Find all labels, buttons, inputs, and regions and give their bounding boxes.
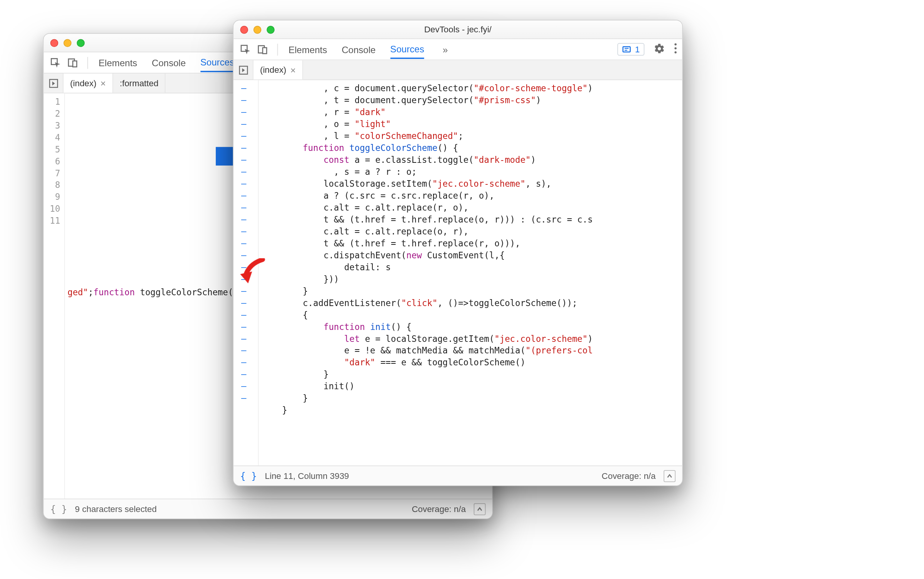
line-number: – bbox=[234, 381, 254, 393]
file-tab-index[interactable]: (index) × bbox=[63, 74, 113, 93]
code-line[interactable]: , c = document.querySelector("#color-sch… bbox=[261, 83, 682, 95]
issues-count: 1 bbox=[635, 44, 640, 54]
collapse-panel-icon[interactable] bbox=[474, 503, 486, 515]
file-tab-formatted[interactable]: :formatted bbox=[113, 74, 166, 93]
line-number: 6 bbox=[44, 156, 60, 167]
show-navigator-icon[interactable] bbox=[44, 74, 64, 93]
close-icon[interactable]: × bbox=[100, 79, 106, 88]
tab-sources[interactable]: Sources bbox=[390, 40, 424, 59]
minimize-icon[interactable] bbox=[254, 25, 262, 33]
code-line[interactable]: e = !e && matchMedia && matchMedia("(pre… bbox=[261, 345, 682, 357]
device-toggle-icon[interactable] bbox=[256, 43, 269, 56]
issues-icon bbox=[622, 45, 631, 54]
code-line[interactable]: let e = localStorage.getItem("jec.color-… bbox=[261, 333, 682, 345]
pretty-print-icon[interactable]: { } bbox=[50, 504, 67, 514]
svg-rect-8 bbox=[623, 46, 630, 52]
code-line[interactable]: t && (t.href = t.href.replace(r, o))), bbox=[261, 238, 682, 249]
code-line[interactable]: init() bbox=[261, 381, 682, 393]
code-line[interactable]: const a = e.classList.toggle("dark-mode"… bbox=[261, 154, 682, 166]
code-line[interactable]: "dark" === e && toggleColorScheme() bbox=[261, 357, 682, 369]
code-line[interactable]: , l = "colorSchemeChanged"; bbox=[261, 131, 682, 142]
line-number: – bbox=[234, 202, 254, 214]
code-editor[interactable]: ––––––––––––––––––––––––––– , c = docume… bbox=[234, 80, 682, 465]
line-number: – bbox=[234, 83, 254, 95]
code-line[interactable]: , o = "light" bbox=[261, 119, 682, 131]
code-line[interactable]: c.addEventListener("click", ()=>toggleCo… bbox=[261, 297, 682, 309]
line-number: 2 bbox=[44, 108, 60, 120]
tab-elements[interactable]: Elements bbox=[98, 53, 137, 72]
tab-sources[interactable]: Sources bbox=[200, 53, 234, 72]
line-number: 4 bbox=[44, 132, 60, 144]
code-line[interactable]: detail: s bbox=[261, 261, 682, 273]
line-number: 5 bbox=[44, 144, 60, 156]
code-line[interactable]: localStorage.setItem("jec.color-scheme",… bbox=[261, 178, 682, 190]
code-line[interactable]: , s = a ? r : o; bbox=[261, 166, 682, 178]
code-line[interactable]: a ? (c.src = c.src.replace(r, o), bbox=[261, 190, 682, 202]
pretty-print-icon[interactable]: { } bbox=[240, 470, 257, 481]
close-icon[interactable] bbox=[50, 39, 58, 47]
close-icon[interactable]: × bbox=[290, 65, 296, 74]
minimize-icon[interactable] bbox=[63, 39, 72, 47]
coverage-label: Coverage: n/a bbox=[602, 471, 655, 481]
traffic-lights bbox=[50, 39, 85, 47]
coverage-label: Coverage: n/a bbox=[412, 504, 465, 514]
line-number: – bbox=[234, 190, 254, 202]
line-number-gutter: 1234567891011 bbox=[44, 94, 65, 499]
kebab-icon[interactable] bbox=[674, 43, 677, 56]
line-number: – bbox=[234, 95, 254, 107]
line-number: – bbox=[234, 345, 254, 357]
code-line[interactable]: function init() { bbox=[261, 321, 682, 333]
code-line[interactable]: } bbox=[261, 285, 682, 297]
code-line[interactable]: })) bbox=[261, 273, 682, 285]
inspect-element-icon[interactable] bbox=[239, 43, 252, 56]
annotation-arrow-pretty-print bbox=[240, 258, 267, 288]
code-content[interactable]: , c = document.querySelector("#color-sch… bbox=[259, 80, 682, 465]
maximize-icon[interactable] bbox=[267, 25, 275, 33]
close-icon[interactable] bbox=[240, 25, 248, 33]
line-number: – bbox=[234, 107, 254, 119]
code-line[interactable]: } bbox=[261, 369, 682, 381]
line-number: – bbox=[234, 357, 254, 369]
file-tabs: (index) × bbox=[234, 60, 682, 80]
line-number: – bbox=[234, 226, 254, 238]
line-number: – bbox=[234, 142, 254, 154]
code-line[interactable]: c.dispatchEvent(new CustomEvent(l,{ bbox=[261, 249, 682, 261]
code-line[interactable]: } bbox=[261, 405, 682, 417]
line-number: 8 bbox=[44, 179, 60, 191]
svg-point-12 bbox=[674, 47, 677, 50]
issues-button[interactable]: 1 bbox=[617, 43, 644, 56]
code-line[interactable]: , t = document.querySelector("#prism-css… bbox=[261, 95, 682, 107]
code-line[interactable]: function toggleColorScheme() { bbox=[261, 142, 682, 154]
status-bar: { } 9 characters selected Coverage: n/a bbox=[44, 499, 492, 519]
status-message: Line 11, Column 3939 bbox=[265, 471, 349, 481]
tab-console[interactable]: Console bbox=[152, 53, 185, 72]
file-tab-label: :formatted bbox=[120, 78, 158, 88]
code-line[interactable]: c.alt = c.alt.replace(r, o), bbox=[261, 202, 682, 214]
maximize-icon[interactable] bbox=[77, 39, 85, 47]
tab-console[interactable]: Console bbox=[342, 40, 375, 59]
line-number: 1 bbox=[44, 96, 60, 108]
gear-icon[interactable] bbox=[654, 43, 665, 56]
collapse-panel-icon[interactable] bbox=[664, 470, 675, 482]
code-line[interactable]: { bbox=[261, 309, 682, 321]
file-tab-label: (index) bbox=[70, 78, 96, 88]
status-message: 9 characters selected bbox=[75, 504, 157, 514]
code-line[interactable]: } bbox=[261, 393, 682, 405]
line-number: – bbox=[234, 393, 254, 405]
inspect-element-icon[interactable] bbox=[49, 56, 62, 69]
panel-tabs: Elements Console Sources » bbox=[289, 40, 452, 59]
code-line[interactable]: t && (t.href = t.href.replace(o, r))) : … bbox=[261, 214, 682, 226]
file-tab-index[interactable]: (index) × bbox=[254, 60, 303, 80]
line-number: – bbox=[234, 309, 254, 321]
show-navigator-icon[interactable] bbox=[234, 60, 254, 80]
line-number: 10 bbox=[44, 203, 60, 215]
line-number: – bbox=[234, 333, 254, 345]
titlebar[interactable]: DevTools - jec.fyi/ bbox=[234, 20, 682, 39]
svg-rect-7 bbox=[263, 47, 267, 53]
tab-elements[interactable]: Elements bbox=[289, 40, 327, 59]
device-toggle-icon[interactable] bbox=[66, 56, 79, 69]
svg-point-13 bbox=[674, 51, 677, 54]
tabs-overflow-icon[interactable]: » bbox=[439, 44, 452, 55]
code-line[interactable]: , r = "dark" bbox=[261, 107, 682, 119]
code-line[interactable]: c.alt = c.alt.replace(o, r), bbox=[261, 226, 682, 238]
